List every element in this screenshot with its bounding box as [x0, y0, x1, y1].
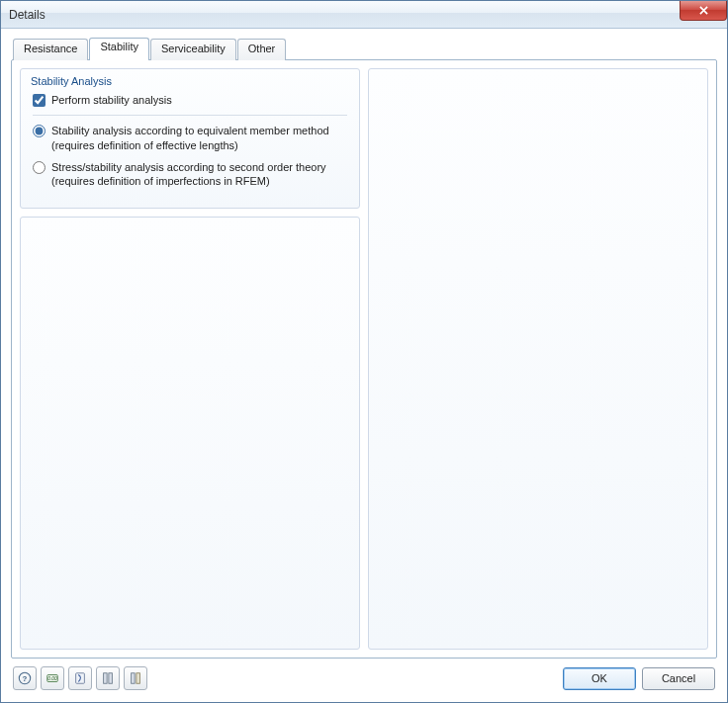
radio-equivalent-label: Stability analysis according to equivale…	[51, 124, 329, 152]
radio-second-order[interactable]	[33, 161, 46, 174]
units-button[interactable]: 0.00	[41, 666, 64, 690]
close-button[interactable]	[680, 1, 727, 21]
radio-second-order-label: Stress/stability analysis according to s…	[51, 160, 326, 189]
stability-group: Stability Analysis Perform stability ana…	[20, 68, 360, 209]
columns-alt-icon	[129, 671, 142, 685]
client-area: Resistance Stability Serviceability Othe…	[1, 29, 727, 702]
perform-checkbox[interactable]	[33, 94, 46, 107]
radio-equivalent-row[interactable]: Stability analysis according to equivale…	[33, 124, 347, 152]
cancel-button[interactable]: Cancel	[642, 667, 715, 690]
titlebar: Details	[1, 1, 727, 29]
tab-resistance[interactable]: Resistance	[13, 39, 88, 60]
ok-button[interactable]: OK	[563, 667, 636, 690]
radio-second-order-row[interactable]: Stress/stability analysis according to s…	[33, 160, 347, 189]
columns-button[interactable]	[96, 666, 120, 690]
toolbar: ? 0.00	[13, 666, 147, 690]
perform-label: Perform stability analysis	[51, 93, 172, 107]
svg-rect-5	[104, 673, 108, 684]
svg-text:?: ?	[23, 674, 28, 683]
svg-rect-8	[136, 673, 140, 684]
divider	[33, 115, 347, 116]
right-panel	[368, 68, 708, 650]
group-title: Stability Analysis	[21, 69, 359, 91]
tab-serviceability[interactable]: Serviceability	[150, 39, 236, 60]
window-title: Details	[9, 8, 46, 22]
perform-checkbox-row[interactable]: Perform stability analysis	[33, 93, 347, 107]
tab-other[interactable]: Other	[237, 39, 287, 60]
columns-icon	[101, 671, 115, 685]
svg-text:0.00: 0.00	[47, 676, 57, 681]
nat-annex-icon	[73, 671, 87, 685]
help-button[interactable]: ?	[13, 666, 37, 690]
dialog-window: Details Resistance Stability Serviceabil…	[0, 0, 728, 703]
tab-stability[interactable]: Stability	[89, 38, 149, 60]
radio-equivalent[interactable]	[33, 125, 46, 137]
svg-rect-7	[132, 673, 136, 684]
tab-panel: Stability Analysis Perform stability ana…	[11, 59, 717, 659]
footer: ? 0.00	[11, 659, 717, 694]
nat-annex-button[interactable]	[68, 666, 92, 690]
units-icon: 0.00	[46, 671, 59, 685]
columns-alt-button[interactable]	[124, 666, 147, 690]
group-body: Perform stability analysis Stability ana…	[21, 91, 359, 208]
bottom-left-panel	[20, 217, 360, 650]
svg-rect-6	[109, 673, 113, 684]
help-icon: ?	[18, 671, 32, 685]
close-icon	[698, 6, 709, 15]
tab-strip: Resistance Stability Serviceability Othe…	[11, 39, 717, 60]
